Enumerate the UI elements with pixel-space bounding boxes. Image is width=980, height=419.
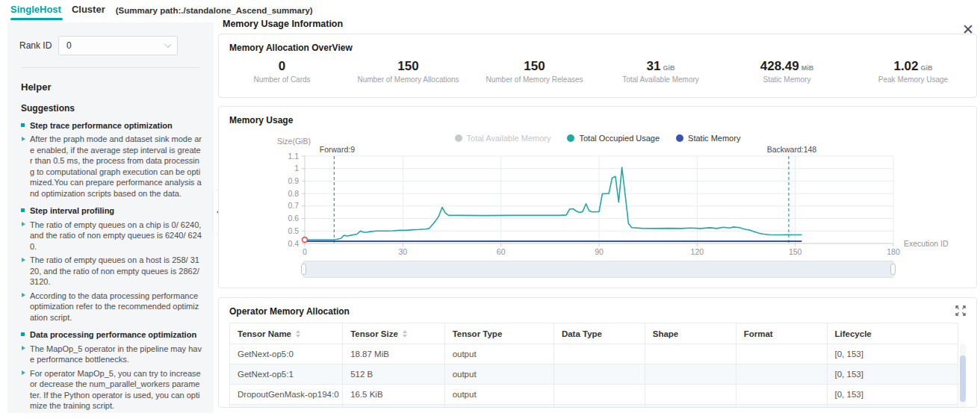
sort-up-caret	[403, 330, 407, 333]
suggestion-text: The MapOp_5 operator in the pipeline may…	[30, 344, 202, 365]
operator-table: Tensor NameTensor SizeTensor TypeData Ty…	[229, 323, 958, 408]
table-cell	[553, 385, 645, 405]
series-start-marker	[303, 238, 308, 243]
tab-singlehost[interactable]: SingleHost	[10, 1, 61, 19]
stat-unit: GiB	[663, 64, 674, 72]
table-cell: [0, 153]	[827, 344, 958, 364]
stat-label: Static Memory	[724, 75, 850, 84]
memory-usage-panel: Memory Usage Total Available MemoryTotal…	[218, 106, 977, 288]
table-cell	[553, 344, 645, 364]
chevron-down-icon	[164, 41, 171, 48]
square-bullet-icon	[21, 332, 25, 336]
sort-down-caret	[296, 335, 300, 338]
suggestion-text: The ratio of empty queues on a chip is 0…	[30, 220, 202, 252]
table-body: GetNext-op5:018.87 MiBoutput[0, 153]GetN…	[230, 344, 958, 409]
table-column-header: Shape	[645, 323, 736, 344]
overview-stat: 1.02GiBPeak Memory Usage	[850, 59, 976, 84]
app-window: SingleHost Cluster (Summary path:./stand…	[0, 0, 980, 419]
chart-datazoom-slider[interactable]	[303, 261, 894, 278]
suggestions-title: Suggestions	[21, 103, 202, 114]
table-column-header: Lifecycle	[827, 323, 958, 344]
suggestion-group-title: Step interval profiling	[19, 205, 202, 216]
table-column-header[interactable]: Tensor Name	[230, 323, 343, 344]
suggestion-group-title-text: Step interval profiling	[30, 205, 114, 216]
y-tick-label: 0.4	[288, 239, 299, 248]
table-row-partial	[230, 405, 958, 409]
stat-label: Total Available Memory	[598, 75, 724, 84]
operator-memory-allocation-panel: Operator Memory Allocation Tensor NameTe…	[218, 297, 977, 408]
table-cell	[553, 405, 645, 409]
stat-value: 0	[219, 59, 345, 74]
rank-id-row: Rank ID 0	[19, 36, 202, 55]
suggestion-group-title-text: Step trace performance optimization	[30, 120, 173, 131]
x-tick-label: 150	[789, 247, 802, 256]
stat-label: Number of Memory Releases	[471, 75, 598, 84]
y-tick-label: 0.6	[288, 214, 299, 223]
arrow-bullet-icon	[22, 137, 25, 141]
top-tab-bar: SingleHost Cluster (Summary path:./stand…	[0, 0, 980, 19]
arrow-bullet-icon	[22, 346, 25, 350]
x-axis-title: Execution ID	[904, 239, 949, 248]
arrow-bullet-icon	[22, 222, 25, 226]
overview-stat: 0Number of Cards	[219, 59, 345, 84]
markline-label: Forward:9	[320, 145, 355, 154]
table-column-header[interactable]: Tensor Size	[343, 323, 445, 344]
table-cell: [0, 153]	[827, 364, 958, 385]
table-cell	[827, 405, 958, 409]
rank-id-select[interactable]: 0	[58, 36, 178, 55]
fullscreen-expand-icon[interactable]	[955, 305, 966, 316]
stat-value: 428.49MiB	[724, 59, 850, 74]
table-column-header: Tensor Type	[444, 323, 553, 344]
table-column-header: Data Type	[553, 323, 645, 344]
tab-cluster[interactable]: Cluster	[72, 1, 105, 19]
table-scrollbar-thumb[interactable]	[960, 356, 966, 402]
memory-usage-panel-title: Memory Usage	[219, 107, 976, 125]
suggestion-text: According to the data processing perform…	[30, 291, 202, 323]
table-column-header: Format	[736, 323, 827, 344]
overview-stat: 150Number of Memory Releases	[471, 59, 598, 84]
suggestion-item: After the praph mode and dataset sink mo…	[19, 134, 202, 199]
table-cell	[645, 405, 736, 409]
table-cell	[736, 385, 827, 405]
suggestion-item: For operator MapOp_5, you can try to inc…	[19, 368, 202, 412]
stat-value: 1.02GiB	[850, 59, 976, 74]
stat-value: 150	[345, 59, 471, 74]
table-cell: output	[444, 364, 553, 385]
arrow-bullet-icon	[22, 370, 25, 375]
arrow-bullet-icon	[22, 258, 25, 262]
y-tick-label: 0.5	[288, 226, 299, 235]
y-tick-label: 0.8	[288, 189, 299, 198]
x-tick-label: 90	[595, 247, 604, 256]
table-cell: 512 B	[343, 364, 445, 385]
sort-icon[interactable]	[296, 330, 300, 338]
helper-title: Helper	[21, 81, 202, 93]
stat-unit: MiB	[801, 64, 814, 72]
stat-value: 150	[471, 59, 598, 74]
table-header-row: Tensor NameTensor SizeTensor TypeData Ty…	[230, 323, 958, 344]
sort-down-caret	[403, 335, 407, 338]
table-scrollbar-track	[960, 344, 966, 408]
table-cell	[645, 344, 736, 364]
table-row: GetNext-op5:1512 Boutput[0, 153]	[230, 364, 958, 385]
suggestion-group: Data processing performance optimization…	[19, 329, 202, 411]
overview-stat: 31GiBTotal Available Memory	[598, 59, 724, 84]
table-cell	[553, 364, 645, 385]
suggestion-groups: Step trace performance optimizationAfter…	[19, 120, 202, 413]
suggestion-group: Step trace performance optimizationAfter…	[19, 120, 202, 199]
table-cell	[645, 385, 736, 405]
table-cell: 18.87 MiB	[343, 344, 445, 364]
suggestion-item: The ratio of empty queues on a host is 2…	[19, 255, 202, 288]
table-cell: DropoutGenMask-op194:0	[230, 385, 343, 405]
series-line	[305, 167, 801, 240]
sort-icon[interactable]	[403, 330, 407, 338]
memory-usage-chart[interactable]: 0.40.50.60.70.80.911.10306090120150180Si…	[219, 128, 976, 256]
datazoom-right-handle[interactable]	[890, 264, 896, 275]
datazoom-left-handle[interactable]	[301, 264, 306, 275]
sort-up-caret	[296, 330, 300, 333]
x-tick-label: 60	[497, 247, 506, 256]
table-cell	[343, 405, 445, 409]
table-row: GetNext-op5:018.87 MiBoutput[0, 153]	[230, 344, 958, 364]
stat-value: 31GiB	[598, 59, 724, 74]
table-cell: output	[444, 344, 553, 364]
operator-table-wrap: Tensor NameTensor SizeTensor TypeData Ty…	[229, 323, 966, 408]
